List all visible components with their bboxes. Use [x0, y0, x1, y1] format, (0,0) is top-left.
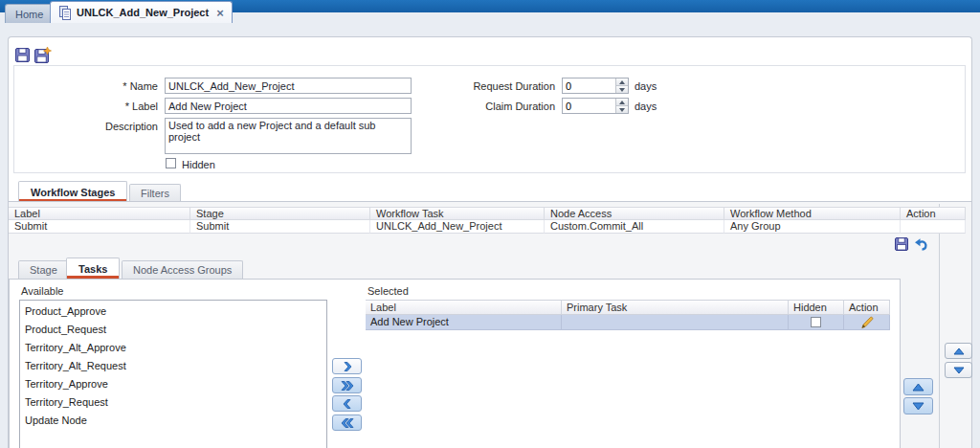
- list-item[interactable]: Territory_Alt_Approve: [20, 339, 326, 357]
- save-button[interactable]: [14, 47, 32, 64]
- column-header: Label: [9, 207, 190, 220]
- tab-node-access-groups[interactable]: Node Access Groups: [122, 260, 243, 279]
- description-input[interactable]: Used to add a new Project and a default …: [165, 118, 412, 154]
- tab-node-access-groups-label: Node Access Groups: [133, 264, 232, 276]
- stages-table: Label Stage Workflow Task Node Access Wo…: [9, 207, 966, 234]
- table-row[interactable]: Submit Submit UNLCK_Add_New_Project Cust…: [9, 220, 966, 234]
- arrow-down-icon: [953, 367, 965, 374]
- cell-stage: Submit: [190, 220, 370, 234]
- move-all-button[interactable]: [332, 377, 362, 393]
- cell-label: Submit: [9, 220, 190, 234]
- request-duration-increment-button[interactable]: [616, 78, 628, 86]
- remove-selected-button[interactable]: [332, 395, 362, 412]
- selected-table: Label Primary Task Hidden Action Add New…: [366, 300, 890, 330]
- column-header: Label: [366, 300, 562, 315]
- tab-workflow-stages-label: Workflow Stages: [31, 187, 115, 198]
- request-duration-input[interactable]: [563, 78, 615, 93]
- cell-node-access: Custom.Commit_All: [545, 220, 724, 234]
- arrow-up-icon: [953, 347, 965, 355]
- claim-duration-label: Claim Duration: [412, 101, 555, 112]
- cell-hidden: [789, 315, 844, 330]
- available-list[interactable]: Product_Approve Product_Request Territor…: [19, 300, 327, 448]
- list-item[interactable]: Territory_Approve: [20, 375, 326, 393]
- save-and-close-button[interactable]: [33, 47, 51, 64]
- tab-document[interactable]: UNLCK_Add_New_Project ×: [50, 1, 233, 23]
- list-item[interactable]: Territory_Alt_Request: [20, 357, 326, 375]
- right-divider: [939, 204, 940, 448]
- stage-move-down-button[interactable]: [945, 362, 972, 378]
- tab-close-icon[interactable]: ×: [216, 7, 224, 19]
- column-header: Action: [844, 300, 890, 315]
- selected-table-header: Label Primary Task Hidden Action: [366, 300, 890, 315]
- stages-table-header: Label Stage Workflow Task Node Access Wo…: [9, 207, 966, 220]
- list-item[interactable]: Update Node: [20, 412, 326, 430]
- task-move-up-button[interactable]: [903, 378, 933, 395]
- edit-pencil-icon[interactable]: [860, 316, 874, 329]
- column-header: Stage: [190, 207, 370, 220]
- cell-action: [844, 315, 890, 330]
- hidden-label: Hidden: [182, 159, 215, 170]
- stage-save-button[interactable]: [894, 236, 911, 254]
- tab-tasks-label: Tasks: [78, 263, 107, 275]
- cell-workflow-method: Any Group: [724, 220, 901, 234]
- document-icon: [58, 6, 72, 20]
- name-label: * Name: [14, 80, 158, 92]
- application-window: Home UNLCK_Add_New_Project ×: [0, 0, 980, 448]
- list-item[interactable]: Product_Approve: [20, 302, 326, 321]
- column-header: Action: [901, 207, 966, 220]
- tab-document-label: UNLCK_Add_New_Project: [77, 7, 209, 18]
- double-chevron-left-icon: [341, 418, 354, 428]
- cell-task-label: Add New Project: [366, 315, 562, 330]
- row-hidden-checkbox[interactable]: [811, 317, 821, 327]
- column-header: Workflow Method: [724, 207, 901, 220]
- tab-filters-label: Filters: [141, 188, 169, 199]
- tab-stage[interactable]: Stage: [18, 260, 69, 279]
- tab-home[interactable]: Home: [5, 4, 54, 23]
- claim-duration-increment-button[interactable]: [616, 99, 628, 106]
- label-label: * Label: [14, 101, 158, 112]
- hidden-checkbox[interactable]: [166, 158, 176, 168]
- request-duration-spinner[interactable]: [562, 78, 629, 94]
- label-input[interactable]: [165, 98, 412, 114]
- chevron-left-icon: [343, 399, 352, 409]
- move-selected-button[interactable]: [332, 358, 362, 374]
- chevron-right-icon: [343, 362, 352, 371]
- claim-duration-decrement-button[interactable]: [616, 106, 628, 113]
- claim-duration-spinner[interactable]: [562, 98, 629, 114]
- request-duration-label: Request Duration: [412, 80, 555, 92]
- name-input[interactable]: [165, 78, 412, 94]
- remove-all-button[interactable]: [332, 414, 362, 431]
- undo-button[interactable]: [913, 236, 930, 254]
- claim-duration-unit: days: [635, 101, 657, 112]
- cell-primary-task: [562, 315, 789, 330]
- list-item[interactable]: Territory_Request: [20, 393, 326, 412]
- tab-workflow-stages[interactable]: Workflow Stages: [18, 181, 127, 202]
- column-header: Node Access: [545, 207, 724, 220]
- task-move-down-button[interactable]: [903, 397, 933, 414]
- tasks-panel: Available Product_Approve Product_Reques…: [9, 279, 901, 448]
- available-label: Available: [21, 285, 63, 297]
- list-item[interactable]: Product_Request: [20, 321, 326, 339]
- cell-workflow-task: UNLCK_Add_New_Project: [370, 220, 545, 234]
- arrow-up-icon: [912, 383, 924, 392]
- tab-stage-label: Stage: [30, 264, 57, 276]
- arrow-down-icon: [912, 402, 924, 411]
- claim-duration-input[interactable]: [563, 99, 615, 113]
- properties-form: * Name * Label Description Used to add a…: [13, 65, 966, 173]
- description-label: Description: [14, 121, 158, 132]
- tab-filters[interactable]: Filters: [129, 184, 181, 202]
- table-row[interactable]: Add New Project: [366, 315, 890, 330]
- column-header: Workflow Task: [370, 207, 545, 220]
- column-header: Primary Task: [562, 300, 789, 315]
- main-panel: * Name * Label Description Used to add a…: [8, 36, 972, 448]
- request-duration-unit: days: [635, 80, 657, 92]
- tab-home-label: Home: [15, 9, 43, 20]
- cell-action: [901, 220, 966, 234]
- stage-move-up-button[interactable]: [945, 343, 972, 359]
- selected-label: Selected: [368, 285, 409, 297]
- request-duration-decrement-button[interactable]: [616, 86, 628, 93]
- column-header: Hidden: [789, 300, 844, 315]
- double-chevron-right-icon: [341, 381, 354, 391]
- tab-tasks[interactable]: Tasks: [66, 258, 120, 279]
